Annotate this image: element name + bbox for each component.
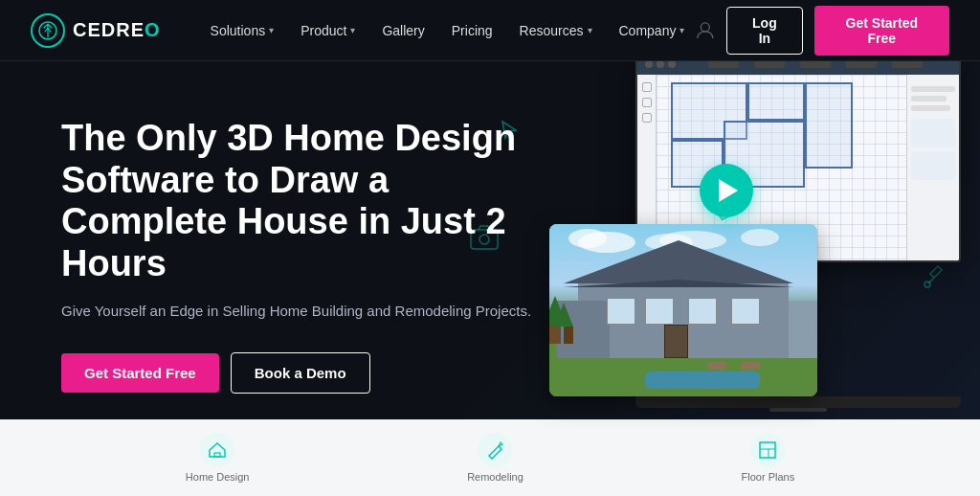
- strip-item-3: Floor Plans: [742, 433, 795, 483]
- hero-visuals: [549, 52, 961, 396]
- navigation: CEDREO Solutions ▾ Product ▾ Gallery Pri…: [0, 0, 980, 61]
- hero-cta-button[interactable]: Get Started Free: [61, 353, 219, 393]
- nav-cta-button[interactable]: Get Started Free: [814, 6, 949, 56]
- play-icon: [719, 179, 738, 202]
- svg-rect-1: [702, 22, 710, 31]
- home-design-icon: [200, 433, 234, 467]
- svg-rect-6: [760, 442, 775, 458]
- chevron-down-icon: ▾: [269, 25, 274, 35]
- logo-icon: [31, 13, 65, 48]
- hero-section: The Only 3D Home Design Software to Draw…: [0, 61, 980, 419]
- nav-item-gallery[interactable]: Gallery: [370, 15, 435, 46]
- play-button[interactable]: [700, 164, 753, 217]
- chevron-down-icon: ▾: [679, 25, 684, 35]
- nav-links: Solutions ▾ Product ▾ Gallery Pricing Re…: [199, 15, 697, 46]
- hero-content: The Only 3D Home Design Software to Draw…: [61, 118, 559, 394]
- nav-item-pricing[interactable]: Pricing: [440, 15, 504, 46]
- chevron-down-icon: ▾: [588, 25, 592, 35]
- nav-item-company[interactable]: Company ▾: [608, 15, 697, 46]
- hero-demo-button[interactable]: Book a Demo: [231, 352, 370, 394]
- user-icon: [696, 20, 715, 41]
- logo[interactable]: CEDREO: [31, 13, 161, 48]
- chevron-down-icon: ▾: [350, 25, 355, 35]
- hero-buttons: Get Started Free Book a Demo: [61, 352, 559, 394]
- bottom-strip: Home Design Remodeling Floor Plans: [0, 419, 980, 496]
- strip-item-1: Home Design: [186, 433, 250, 483]
- strip-label-1: Home Design: [186, 471, 250, 483]
- hero-title: The Only 3D Home Design Software to Draw…: [61, 118, 559, 285]
- strip-label-2: Remodeling: [467, 471, 523, 483]
- hero-subtitle: Give Yourself an Edge in Selling Home Bu…: [61, 301, 559, 323]
- nav-item-product[interactable]: Product ▾: [289, 15, 367, 46]
- nav-actions: Log In Get Started Free: [696, 6, 949, 56]
- floorplans-icon: [750, 433, 785, 467]
- remodeling-icon: [478, 433, 512, 467]
- strip-item-2: Remodeling: [467, 433, 523, 483]
- strip-label-3: Floor Plans: [742, 471, 795, 483]
- login-button[interactable]: Log In: [726, 7, 803, 55]
- house-image: [549, 224, 817, 396]
- nav-item-resources[interactable]: Resources ▾: [508, 15, 604, 46]
- nav-item-solutions[interactable]: Solutions ▾: [199, 15, 286, 46]
- brand-name: CEDREO: [73, 19, 161, 41]
